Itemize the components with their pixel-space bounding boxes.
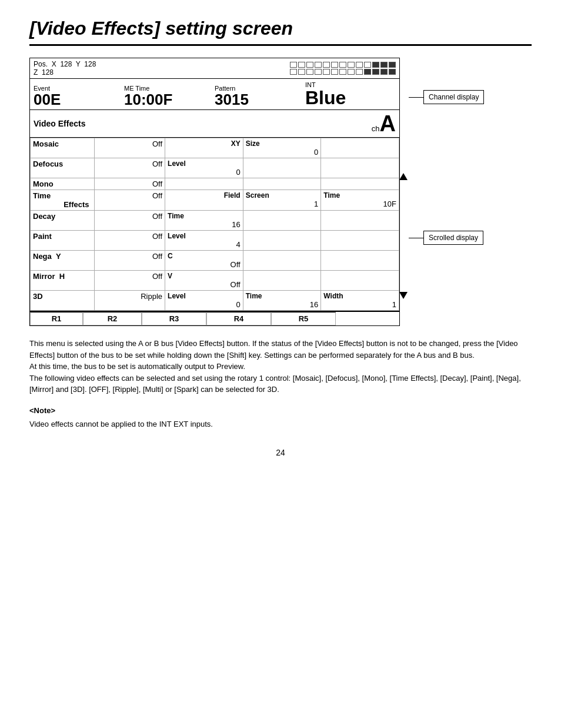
- table-row: Time Effects Off Field Screen 1 Time: [31, 190, 399, 211]
- r2-label: R2: [83, 312, 142, 325]
- status-bar: Pos. X 128 Y 128 Z 128: [30, 58, 399, 79]
- r-labels-row: R1 R2 R3 R4 R5: [30, 311, 399, 325]
- pattern-value: 3015: [215, 92, 305, 107]
- effects-table: Mosaic Off XY Size0 Defocus Off Level0: [30, 138, 399, 311]
- table-row: Decay Off Time 16: [31, 211, 399, 231]
- y-label: Y: [76, 60, 81, 68]
- page-number: 24: [29, 448, 532, 457]
- event-value: 00E: [34, 92, 124, 107]
- x-label: X: [52, 60, 56, 68]
- description-para1: This menu is selected using the A or B b…: [29, 338, 532, 361]
- table-row: Paint Off Level 4: [31, 231, 399, 251]
- channel-display-callout: Channel display: [409, 90, 484, 104]
- effects-table-wrapper: Mosaic Off XY Size0 Defocus Off Level0: [30, 138, 399, 311]
- page-title: [Video Effects] setting screen: [29, 18, 532, 46]
- me-time-value: 10:00F: [124, 92, 215, 107]
- note-text: Video effects cannot be applied to the I…: [29, 418, 532, 430]
- z-label: Z: [34, 68, 38, 77]
- table-row: Defocus Off Level0: [31, 158, 399, 178]
- pos-label: Pos.: [34, 60, 48, 68]
- channel-display-box: Channel display: [423, 90, 484, 104]
- callout-line-2: [409, 238, 423, 238]
- z-value: 128: [42, 68, 54, 77]
- scroll-down-arrow: [399, 292, 408, 299]
- description-section: This menu is selected using the A or B b…: [29, 338, 532, 430]
- r5-label: R5: [271, 312, 336, 325]
- ve-header: Video Effects ch A: [30, 110, 399, 138]
- ch-value: A: [380, 112, 396, 135]
- callout-line-1: [409, 97, 423, 98]
- x-value: 128: [60, 60, 72, 68]
- ch-label: ch: [372, 124, 380, 133]
- table-row: Mono Off: [31, 178, 399, 190]
- note-title: <Note>: [29, 405, 532, 417]
- r3-label: R3: [142, 312, 206, 325]
- ve-title: Video Effects: [34, 119, 85, 128]
- scroll-indicators: [399, 173, 408, 299]
- table-row: Nega Y Off C Off: [31, 251, 399, 271]
- callouts: Channel display Scrolled display: [409, 58, 484, 245]
- scrolled-display-box: Scrolled display: [423, 231, 483, 245]
- table-row: 3D Ripple Level 0 Time 16 Width: [31, 291, 399, 311]
- indicator-boxes: [290, 62, 396, 75]
- scrolled-display-callout: Scrolled display: [409, 231, 484, 245]
- r4-label: R4: [206, 312, 271, 325]
- description-para3: The following video effects can be selec…: [29, 373, 532, 395]
- y-value: 128: [84, 60, 96, 68]
- table-row: Mosaic Off XY Size0: [31, 138, 399, 158]
- int-value: Blue: [305, 88, 396, 107]
- table-row: Mirror H Off V Off: [31, 271, 399, 291]
- scroll-up-arrow: [399, 173, 408, 180]
- description-para2: At this time, the bus to be set is autom…: [29, 361, 532, 373]
- channel-row: Event 00E ME Time 10:00F Pattern 3015 IN…: [30, 79, 399, 110]
- screen-box: Pos. X 128 Y 128 Z 128: [29, 58, 400, 326]
- r1-label: R1: [30, 312, 83, 325]
